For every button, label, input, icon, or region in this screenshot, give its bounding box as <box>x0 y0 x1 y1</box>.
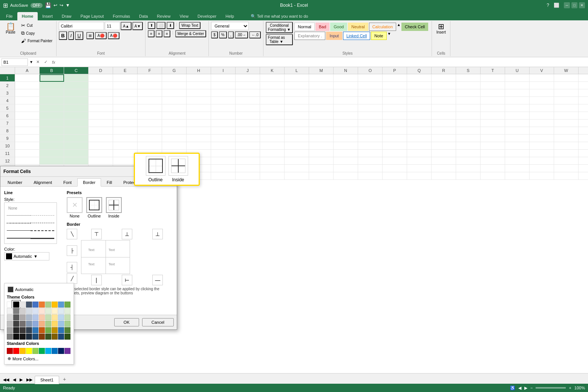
style-input[interactable]: Input <box>326 32 342 40</box>
bold-button[interactable]: B <box>59 31 67 40</box>
theme-color-25[interactable] <box>39 314 45 320</box>
cell-E5[interactable] <box>113 104 138 112</box>
cell-D5[interactable] <box>89 104 113 112</box>
cell-Q12[interactable] <box>407 157 432 165</box>
format-painter-button[interactable]: 🖌 Format Painter <box>20 37 54 44</box>
zoom-in-btn[interactable]: + <box>569 386 571 390</box>
theme-color-51[interactable] <box>13 334 19 340</box>
theme-color-6[interactable] <box>45 302 51 308</box>
theme-color-1[interactable] <box>13 302 19 308</box>
preset-outline[interactable]: Outline <box>86 197 102 218</box>
cell-H7[interactable] <box>187 119 211 127</box>
cell-C7[interactable] <box>64 119 89 127</box>
cell-A10[interactable] <box>15 142 40 150</box>
col-header-E[interactable]: E <box>113 67 138 74</box>
theme-color-20[interactable] <box>7 314 13 320</box>
border-btn-inner-v[interactable]: | <box>91 275 102 285</box>
cell-N9[interactable] <box>334 135 358 142</box>
cell-T13[interactable] <box>481 165 505 172</box>
zoom-out-btn[interactable]: − <box>530 386 533 390</box>
cell-U12[interactable] <box>505 157 530 165</box>
cell-G2[interactable] <box>162 82 187 89</box>
theme-color-10[interactable] <box>7 308 13 314</box>
cell-Q2[interactable] <box>407 82 432 89</box>
theme-color-34[interactable] <box>32 321 38 327</box>
cell-R14[interactable] <box>432 172 456 180</box>
border-btn-center-h[interactable]: — <box>152 275 163 285</box>
theme-color-11[interactable] <box>13 308 19 314</box>
theme-color-45[interactable] <box>39 327 45 333</box>
cell-F1[interactable] <box>138 74 162 82</box>
cell-L5[interactable] <box>285 104 309 112</box>
tell-me-box[interactable]: 🔍 Tell me what you want to do <box>246 12 313 20</box>
cell-Q14[interactable] <box>407 172 432 180</box>
underline-button[interactable]: U <box>75 31 83 40</box>
confirm-formula-icon[interactable]: ✓ <box>43 60 49 64</box>
dialog-ok-button[interactable]: OK <box>114 318 139 326</box>
theme-color-27[interactable] <box>52 314 58 320</box>
cell-N2[interactable] <box>334 82 358 89</box>
tab-data[interactable]: Data <box>135 12 152 20</box>
cell-H10[interactable] <box>187 142 211 150</box>
cell-N6[interactable] <box>334 112 358 119</box>
cell-M14[interactable] <box>309 172 334 180</box>
cell-F7[interactable] <box>138 119 162 127</box>
cell-D2[interactable] <box>89 82 113 89</box>
cell-J10[interactable] <box>236 142 260 150</box>
tab-page-layout[interactable]: Page Layout <box>76 12 108 20</box>
cell-X5[interactable] <box>579 104 588 112</box>
cell-L2[interactable] <box>285 82 309 89</box>
insert-cells-button[interactable]: ⊞ Insert <box>434 22 448 35</box>
cell-X11[interactable] <box>579 150 588 157</box>
cell-T4[interactable] <box>481 97 505 104</box>
cell-H8[interactable] <box>187 127 211 135</box>
cell-V8[interactable] <box>530 127 554 135</box>
cell-N5[interactable] <box>334 104 358 112</box>
theme-color-32[interactable] <box>20 321 26 327</box>
theme-color-39[interactable] <box>64 321 70 327</box>
cell-J2[interactable] <box>236 82 260 89</box>
cell-N11[interactable] <box>334 150 358 157</box>
cell-I5[interactable] <box>211 104 236 112</box>
cell-R10[interactable] <box>432 142 456 150</box>
cell-A11[interactable] <box>15 150 40 157</box>
cell-B6[interactable] <box>40 112 64 119</box>
nav-left-icon[interactable]: ◀◀ <box>2 376 11 384</box>
styles-scroll-down[interactable]: ▼ <box>387 32 391 40</box>
theme-color-19[interactable] <box>64 308 70 314</box>
cell-X1[interactable] <box>579 74 588 82</box>
cell-S13[interactable] <box>456 165 481 172</box>
customize-icon[interactable]: ▼ <box>66 3 70 8</box>
cell-K2[interactable] <box>260 82 285 89</box>
border-btn-left[interactable]: ├ <box>67 245 77 256</box>
tab-developer[interactable]: Developer <box>193 12 221 20</box>
cell-R8[interactable] <box>432 127 456 135</box>
line-style-dash-dot[interactable] <box>6 227 55 234</box>
italic-button[interactable]: I <box>68 31 74 40</box>
tab-file[interactable]: File <box>2 12 17 20</box>
theme-color-7[interactable] <box>52 302 58 308</box>
cell-W4[interactable] <box>554 97 579 104</box>
cell-F12[interactable] <box>138 157 162 165</box>
cell-K9[interactable] <box>260 135 285 142</box>
row-num-10[interactable]: 10 <box>0 142 15 150</box>
theme-color-52[interactable] <box>20 334 26 340</box>
cell-P1[interactable] <box>383 74 407 82</box>
cell-U3[interactable] <box>505 89 530 97</box>
cell-C6[interactable] <box>64 112 89 119</box>
cell-M5[interactable] <box>309 104 334 112</box>
cell-reference-box[interactable] <box>2 58 28 66</box>
cell-W5[interactable] <box>554 104 579 112</box>
styles-scroll-up[interactable]: ▲ <box>397 23 401 31</box>
cell-B1[interactable] <box>40 74 64 82</box>
nav-next-icon[interactable]: ▶ <box>18 376 24 384</box>
cell-N3[interactable] <box>334 89 358 97</box>
cell-R9[interactable] <box>432 135 456 142</box>
cell-G12[interactable] <box>162 157 187 165</box>
theme-color-21[interactable] <box>13 314 19 320</box>
cell-Q1[interactable] <box>407 74 432 82</box>
theme-color-41[interactable] <box>13 327 19 333</box>
cell-M10[interactable] <box>309 142 334 150</box>
dialog-tab-alignment[interactable]: Alignment <box>28 178 58 186</box>
col-header-M[interactable]: M <box>309 67 334 74</box>
